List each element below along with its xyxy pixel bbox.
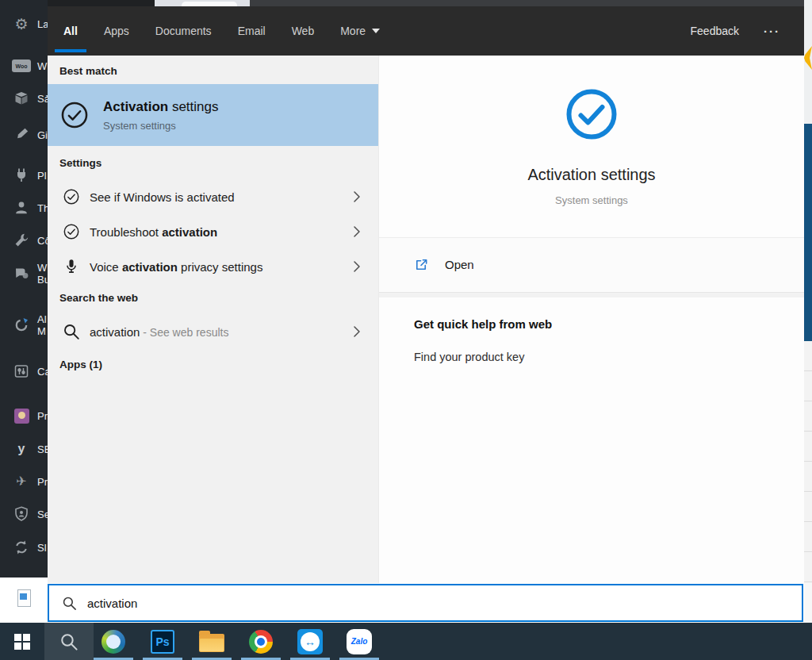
chevron-right-icon[interactable] bbox=[353, 260, 361, 274]
sidebar-item-label: Pr bbox=[37, 476, 48, 488]
woo-icon: Woo bbox=[12, 59, 31, 72]
start-button[interactable] bbox=[0, 623, 44, 660]
sidebar-item-se[interactable]: ySE bbox=[0, 432, 48, 466]
result-row-settings-0[interactable]: See if Windows is activated bbox=[48, 180, 378, 213]
tab-apps[interactable]: Apps bbox=[104, 6, 129, 56]
taskbar: Ps↔Zalo bbox=[0, 623, 812, 660]
chevron-down-icon bbox=[372, 29, 380, 33]
idm-icon bbox=[102, 630, 125, 654]
sidebar-item-sả[interactable]: Sả bbox=[0, 81, 48, 116]
background-bottom-strip bbox=[804, 583, 812, 623]
background-right-edge bbox=[804, 0, 812, 660]
sidebar-item-label: SE bbox=[37, 443, 48, 455]
sidebar-item-gi[interactable]: Gi bbox=[0, 117, 48, 152]
result-row-label: Troubleshoot activation bbox=[90, 225, 217, 239]
chrome-icon bbox=[249, 630, 273, 654]
find-product-key-link[interactable]: Find your product key bbox=[414, 351, 524, 363]
taskbar-app-idm[interactable] bbox=[94, 623, 133, 660]
teamviewer-icon: ↔ bbox=[297, 629, 323, 654]
tab-all[interactable]: All bbox=[63, 6, 78, 56]
preview-title: Activation settings bbox=[379, 166, 804, 184]
sidebar-item-label: W Bu bbox=[37, 262, 48, 286]
check-circle-icon bbox=[59, 100, 90, 130]
sidebar-item-label: Cô bbox=[37, 235, 48, 247]
tab-email[interactable]: Email bbox=[238, 6, 266, 56]
chevron-right-icon[interactable] bbox=[353, 190, 361, 204]
photoshop-icon: Ps bbox=[151, 630, 174, 654]
sidebar-item-label: Pr bbox=[37, 410, 48, 422]
background-blue-bar bbox=[804, 124, 812, 341]
best-match-result[interactable]: Activation settings System settings bbox=[48, 84, 378, 146]
external-link-icon bbox=[414, 257, 429, 272]
results-panel: Best match Activation settings System se… bbox=[48, 56, 378, 583]
taskbar-app-file-explorer[interactable] bbox=[192, 623, 232, 660]
box-icon bbox=[12, 90, 31, 106]
yoast-icon: y bbox=[12, 443, 31, 455]
sidebar-item-w[interactable]: WooW bbox=[0, 48, 48, 83]
sidebar-item-label: Se bbox=[37, 508, 48, 520]
sidebar-item-al[interactable]: Al M bbox=[0, 308, 48, 343]
sidebar-item-w[interactable]: W Bu bbox=[0, 256, 48, 291]
result-row-label: See if Windows is activated bbox=[90, 190, 235, 204]
apps-section-header: Apps (1) bbox=[59, 359, 102, 370]
web-section-header: Search the web bbox=[59, 292, 138, 304]
feedback-button[interactable]: Feedback bbox=[691, 6, 739, 56]
taskbar-app-chrome[interactable] bbox=[241, 623, 281, 660]
sidebar-item-label: Pl bbox=[37, 170, 47, 182]
open-button[interactable]: Open bbox=[379, 238, 804, 291]
sidebar-item-label: Ca bbox=[37, 366, 48, 378]
windows-logo-icon bbox=[14, 634, 30, 650]
sidebar-item-la[interactable]: ⚙La bbox=[0, 6, 48, 41]
divider bbox=[379, 292, 804, 297]
screen: ⚙LaWooWSảGiPlThCôW BuAl MCaPrySE✈PrSeSl … bbox=[0, 0, 812, 660]
taskbar-search-button[interactable] bbox=[44, 623, 94, 660]
sidebar-item-se[interactable]: Se bbox=[0, 497, 48, 531]
chevron-right-icon[interactable] bbox=[353, 325, 361, 339]
wp-admin-sidebar: ⚙LaWooWSảGiPlThCôW BuAl MCaPrySE✈PrSeSl bbox=[0, 0, 48, 578]
sidebar-item-label: Th bbox=[37, 202, 48, 214]
background-table-rows bbox=[804, 341, 812, 583]
result-row-label: activation - See web results bbox=[90, 325, 228, 339]
chevron-right-icon[interactable] bbox=[353, 225, 361, 239]
result-row-settings-2[interactable]: Voice activation privacy settings bbox=[48, 250, 378, 283]
sidebar-item-label: Al M bbox=[37, 313, 47, 337]
search-input-value: activation bbox=[87, 597, 137, 610]
migration-icon bbox=[12, 317, 31, 333]
check-circle-icon bbox=[62, 188, 81, 205]
brush-icon bbox=[12, 127, 31, 143]
zalo-icon: Zalo bbox=[347, 629, 372, 654]
sidebar-item-ca[interactable]: Ca bbox=[0, 354, 48, 389]
chat-icon bbox=[12, 266, 31, 282]
sidebar-item-cô[interactable]: Cô bbox=[0, 223, 48, 258]
sidebar-item-pr[interactable]: ✈Pr bbox=[0, 464, 48, 499]
sidebar-item-th[interactable]: Th bbox=[0, 190, 48, 225]
search-tabs: AllAppsDocumentsEmailWebMore bbox=[63, 6, 380, 56]
search-icon bbox=[62, 596, 77, 611]
sidebar-item-pr[interactable]: Pr bbox=[0, 398, 48, 433]
overflow-menu-icon[interactable]: ··· bbox=[764, 6, 780, 56]
desktop-strip bbox=[0, 578, 48, 623]
sidebar-item-label: Gi bbox=[37, 129, 48, 141]
settings-section-header: Settings bbox=[59, 157, 102, 169]
search-input[interactable]: activation bbox=[48, 584, 803, 622]
file-icon[interactable] bbox=[17, 589, 31, 607]
sidebar-item-sl[interactable]: Sl bbox=[0, 530, 48, 565]
result-row-settings-1[interactable]: Troubleshoot activation bbox=[48, 215, 378, 248]
shield-icon bbox=[12, 506, 31, 522]
best-match-subtitle: System settings bbox=[103, 120, 219, 132]
tab-web[interactable]: Web bbox=[292, 6, 315, 56]
taskbar-app-photoshop[interactable]: Ps bbox=[143, 623, 182, 660]
plug-icon bbox=[12, 167, 31, 183]
best-match-header: Best match bbox=[59, 65, 117, 77]
taskbar-app-teamviewer[interactable]: ↔ bbox=[290, 623, 330, 660]
best-match-title: Activation settings bbox=[103, 99, 219, 115]
preview-subtitle: System settings bbox=[379, 194, 804, 206]
taskbar-app-zalo[interactable]: Zalo bbox=[339, 623, 379, 660]
sidebar-item-pl[interactable]: Pl bbox=[0, 158, 48, 193]
open-label: Open bbox=[445, 258, 474, 271]
gear-icon: ⚙ bbox=[12, 17, 31, 32]
tab-documents[interactable]: Documents bbox=[155, 6, 212, 56]
tab-more[interactable]: More bbox=[340, 6, 380, 56]
preview-panel: Activation settings System settings Open… bbox=[378, 56, 804, 583]
result-row-web-search[interactable]: activation - See web results bbox=[48, 315, 378, 348]
